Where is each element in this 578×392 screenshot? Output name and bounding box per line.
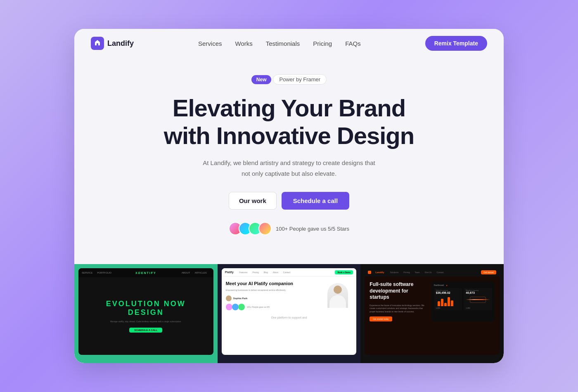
card3-body: Full-suite software development for star… xyxy=(365,276,500,326)
nav-services[interactable]: Services xyxy=(198,40,222,47)
card2-left: Meet your AI Platify companion Empowerin… xyxy=(226,281,320,310)
remix-template-button[interactable]: Remix Template xyxy=(425,36,487,51)
schedule-call-button[interactable]: Schedule a call xyxy=(282,192,349,210)
card2-brand: Platify xyxy=(225,271,234,274)
card1-desc: Manage swiftly, stay ahead. Code limitle… xyxy=(110,320,182,324)
card2-mini-avatar xyxy=(226,295,232,301)
card1-content: EVOLUTION NOW DESIGN Manage swiftly, sta… xyxy=(78,277,213,355)
portfolio-card-3[interactable]: Landify Solutions Pricing Team Hire Us C… xyxy=(360,264,504,363)
card2-nav: Platify Features Pricing Blog About Cont… xyxy=(222,268,357,276)
card3-inner: Landify Solutions Pricing Team Hire Us C… xyxy=(365,268,500,355)
navbar: Landify Services Works Testimonials Pric… xyxy=(74,29,504,58)
card2-body: Meet your AI Platify companion Empowerin… xyxy=(222,276,357,314)
card3-dashboard: Dashboard ● Sales & revenue $36,456.02 xyxy=(431,281,495,321)
avatars xyxy=(229,222,272,235)
badge-row: New Power by Framer xyxy=(251,74,327,85)
logo-text: Landify xyxy=(107,39,134,48)
card1-nav: SERVICE PORTFOLIO XDENTIFY ABOUT ARTICLE… xyxy=(78,268,213,277)
card2-right xyxy=(323,281,352,310)
power-text: Power by Framer xyxy=(273,74,327,85)
card3-title: Full-suite software development for star… xyxy=(370,281,428,301)
nav-testimonials[interactable]: Testimonials xyxy=(266,40,300,47)
avatar-4 xyxy=(258,222,272,235)
card2-avatar xyxy=(327,283,348,308)
card3-brand: Landify xyxy=(375,271,384,274)
card3-cta[interactable]: Get started today xyxy=(370,316,392,321)
card1-cta[interactable]: SCHEDULE A CALL xyxy=(129,328,162,333)
card1-subtitle: DESIGN xyxy=(128,308,164,317)
logo[interactable]: Landify xyxy=(91,37,134,50)
card2-bottom-text: One platform to support and xyxy=(222,314,357,321)
portfolio-card-2[interactable]: Platify Features Pricing Blog About Cont… xyxy=(218,264,361,363)
card2-inner: Platify Features Pricing Blog About Cont… xyxy=(222,268,357,355)
card3-nav: Landify Solutions Pricing Team Hire Us C… xyxy=(365,268,500,276)
card1-brand: XDENTIFY xyxy=(135,272,156,274)
mini-dashboard-label: Dashboard ● xyxy=(434,284,492,286)
portfolio-card-1[interactable]: SERVICE PORTFOLIO XDENTIFY ABOUT ARTICLE… xyxy=(74,264,218,363)
nav-pricing[interactable]: Pricing xyxy=(313,40,332,47)
social-text: 100+ People gave us 5/5 Stars xyxy=(276,226,349,232)
nav-links: Services Works Testimonials Pricing FAQs xyxy=(198,40,361,47)
social-proof: 100+ People gave us 5/5 Stars xyxy=(229,222,349,235)
main-card: Landify Services Works Testimonials Pric… xyxy=(74,29,504,363)
card2-title: Meet your AI Platify companion xyxy=(226,281,320,286)
our-work-button[interactable]: Our work xyxy=(229,192,277,210)
hero-subtitle: At Landify, we blend artistry and strate… xyxy=(202,158,376,179)
card3-left: Full-suite software development for star… xyxy=(370,281,428,321)
new-badge: New xyxy=(251,75,272,84)
revenue-chart xyxy=(436,296,460,306)
card2-desc: Empowering businesses to deliver excepti… xyxy=(226,289,320,292)
logo-icon xyxy=(91,37,104,50)
card3-desc: Experience the future of innovative tech… xyxy=(370,304,428,314)
hero-title: Elevating Your Brand with Innovative Des… xyxy=(164,94,414,149)
hero-section: New Power by Framer Elevating Your Brand… xyxy=(74,58,504,235)
card1-inner: SERVICE PORTFOLIO XDENTIFY ABOUT ARTICLE… xyxy=(78,268,213,355)
logo-svg xyxy=(93,39,102,47)
portfolio-section: SERVICE PORTFOLIO XDENTIFY ABOUT ARTICLE… xyxy=(74,264,504,363)
cta-buttons: Our work Schedule a call xyxy=(229,192,349,210)
ml-chart xyxy=(466,296,490,306)
card2-person: Sophia Park xyxy=(233,297,248,300)
nav-faqs[interactable]: FAQs xyxy=(345,40,361,47)
card1-title: EVOLUTION NOW xyxy=(106,300,186,308)
card3-logo-icon xyxy=(368,271,371,274)
nav-works[interactable]: Works xyxy=(235,40,253,47)
